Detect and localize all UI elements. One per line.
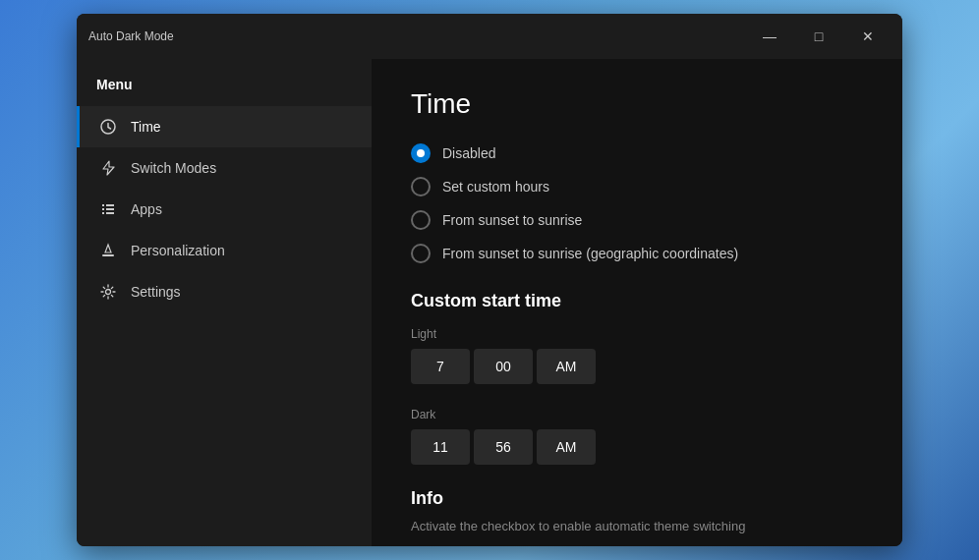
- sidebar-item-personalization[interactable]: Personalization: [77, 230, 372, 271]
- info-title: Info: [411, 488, 863, 509]
- radio-geo-indicator: [411, 244, 431, 263]
- light-period-input[interactable]: AM: [537, 349, 596, 384]
- svg-point-8: [106, 290, 111, 295]
- light-minute-input[interactable]: 00: [474, 349, 533, 384]
- sidebar-item-switch-modes[interactable]: Switch Modes: [77, 147, 372, 189]
- menu-label: Menu: [77, 69, 372, 106]
- main-content: Time Disabled Set custom hours From suns…: [372, 59, 902, 546]
- close-button[interactable]: ✕: [845, 22, 891, 51]
- sidebar-item-time-label: Time: [131, 119, 161, 135]
- custom-start-time-title: Custom start time: [411, 291, 863, 311]
- light-time-inputs: 7 00 AM: [411, 349, 863, 384]
- radio-sunset-sunrise-label: From sunset to sunrise: [442, 212, 582, 228]
- window-body: Menu Time Switch Modes: [77, 59, 902, 546]
- brush-icon: [99, 242, 117, 259]
- svg-rect-3: [102, 208, 104, 210]
- radio-option-geo[interactable]: From sunset to sunrise (geographic coord…: [411, 244, 863, 263]
- sidebar-item-switch-modes-label: Switch Modes: [131, 160, 216, 176]
- app-window: Auto Dark Mode — □ ✕ Menu Time: [77, 14, 902, 546]
- dark-minute-input[interactable]: 56: [474, 429, 533, 465]
- radio-option-custom-hours[interactable]: Set custom hours: [411, 177, 863, 196]
- info-text: Activate the checkbox to enable automati…: [411, 517, 863, 536]
- svg-rect-5: [102, 212, 104, 214]
- lightning-icon: [99, 159, 117, 177]
- radio-geo-label: From sunset to sunrise (geographic coord…: [442, 246, 738, 261]
- sidebar-item-apps-label: Apps: [131, 201, 162, 217]
- radio-option-disabled[interactable]: Disabled: [411, 143, 863, 163]
- info-section: Info Activate the checkbox to enable aut…: [411, 488, 863, 536]
- sidebar-item-settings[interactable]: Settings: [77, 271, 372, 312]
- svg-rect-1: [102, 204, 104, 206]
- svg-rect-4: [106, 208, 114, 210]
- sidebar-item-settings-label: Settings: [131, 284, 181, 300]
- radio-disabled-indicator: [411, 143, 431, 163]
- svg-rect-2: [106, 204, 114, 206]
- svg-rect-6: [106, 212, 114, 214]
- radio-group: Disabled Set custom hours From sunset to…: [411, 143, 863, 263]
- sidebar-item-personalization-label: Personalization: [131, 243, 225, 258]
- dark-period-input[interactable]: AM: [537, 429, 596, 465]
- svg-rect-7: [102, 254, 114, 256]
- dark-label: Dark: [411, 408, 863, 421]
- gear-icon: [99, 283, 117, 301]
- light-hour-input[interactable]: 7: [411, 349, 470, 384]
- window-controls: — □ ✕: [747, 22, 891, 51]
- window-title: Auto Dark Mode: [88, 29, 174, 43]
- radio-disabled-label: Disabled: [442, 145, 495, 161]
- dark-hour-input[interactable]: 11: [411, 429, 470, 465]
- radio-sunset-sunrise-indicator: [411, 210, 431, 230]
- radio-custom-hours-label: Set custom hours: [442, 179, 549, 195]
- maximize-button[interactable]: □: [796, 22, 841, 51]
- sidebar-item-time[interactable]: Time: [77, 106, 372, 147]
- radio-custom-hours-indicator: [411, 177, 431, 196]
- light-time-section: Light 7 00 AM: [411, 327, 863, 384]
- custom-start-time-section: Custom start time Light 7 00 AM Dark 11: [411, 291, 863, 465]
- sidebar: Menu Time Switch Modes: [77, 59, 372, 546]
- minimize-button[interactable]: —: [747, 22, 792, 51]
- light-label: Light: [411, 327, 863, 341]
- radio-option-sunset-sunrise[interactable]: From sunset to sunrise: [411, 210, 863, 230]
- dark-time-inputs: 11 56 AM: [411, 429, 863, 465]
- clock-icon: [99, 118, 117, 136]
- page-title: Time: [411, 88, 863, 120]
- list-icon: [99, 200, 117, 218]
- dark-time-section: Dark 11 56 AM: [411, 408, 863, 465]
- title-bar: Auto Dark Mode — □ ✕: [77, 14, 902, 59]
- sidebar-item-apps[interactable]: Apps: [77, 189, 372, 230]
